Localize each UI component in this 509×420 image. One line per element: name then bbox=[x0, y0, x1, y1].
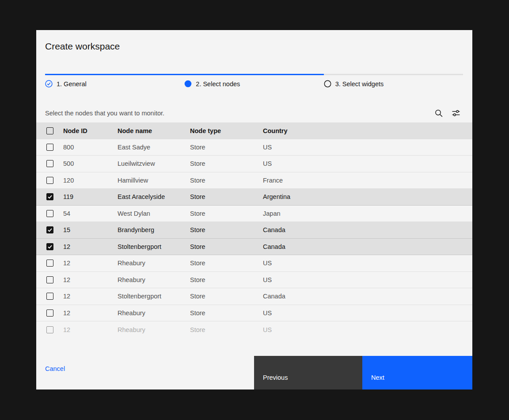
progress-track bbox=[45, 74, 463, 75]
row-checkbox[interactable] bbox=[46, 226, 53, 233]
cell-node-name: Rheabury bbox=[118, 309, 190, 317]
cell-node-name: East Sadye bbox=[118, 144, 190, 151]
cell-node-type: Store bbox=[190, 309, 263, 317]
progress-segment-incomplete bbox=[324, 74, 463, 75]
cell-node-id: 12 bbox=[63, 326, 118, 333]
table-body: 800 East Sadye Store US 500 Lueilwitzvie… bbox=[36, 139, 472, 338]
table-row[interactable]: 54 West Dylan Store Japan bbox=[36, 206, 472, 222]
cell-node-type: Store bbox=[190, 226, 263, 233]
check-circle-icon bbox=[45, 80, 53, 88]
cell-country: US bbox=[263, 160, 472, 167]
row-checkbox[interactable] bbox=[46, 193, 53, 200]
cell-country: US bbox=[263, 260, 472, 267]
cell-node-type: Store bbox=[190, 177, 263, 184]
progress-segment-complete bbox=[45, 74, 324, 75]
table-row[interactable]: 120 Hamillview Store France bbox=[36, 172, 472, 189]
column-header-node-id: Node ID bbox=[63, 127, 118, 134]
cell-country: US bbox=[263, 144, 472, 151]
current-step-dot-icon bbox=[184, 80, 192, 88]
table-row[interactable]: 12 Rheabury Store US bbox=[36, 305, 472, 322]
step-label: 2. Select nodes bbox=[196, 80, 240, 88]
table-header-row: Node ID Node name Node type Country bbox=[36, 122, 472, 139]
row-checkbox[interactable] bbox=[46, 276, 53, 283]
cell-node-name: East Aracelyside bbox=[118, 193, 190, 200]
modal-title: Create workspace bbox=[45, 41, 120, 52]
cell-node-type: Store bbox=[190, 160, 263, 167]
cell-node-type: Store bbox=[190, 276, 263, 283]
cell-node-type: Store bbox=[190, 144, 263, 151]
cell-node-name: Hamillview bbox=[118, 177, 190, 184]
search-icon[interactable] bbox=[435, 109, 443, 117]
cell-country: US bbox=[263, 326, 472, 333]
cell-node-type: Store bbox=[190, 293, 263, 300]
column-header-node-type: Node type bbox=[190, 127, 263, 134]
table-row[interactable]: 12 Rheabury Store US bbox=[36, 255, 472, 272]
table-toolbar: Select the nodes that you want to monito… bbox=[45, 104, 460, 122]
empty-circle-icon bbox=[324, 80, 331, 88]
cell-country: US bbox=[263, 309, 472, 317]
cell-node-name: Rheabury bbox=[118, 260, 190, 267]
table-row[interactable]: 12 Stoltenbergport Store Canada bbox=[36, 239, 472, 256]
settings-adjust-icon[interactable] bbox=[452, 109, 460, 117]
cell-country: Canada bbox=[263, 293, 472, 300]
cell-country: Canada bbox=[263, 226, 472, 233]
cell-node-name: Stoltenbergport bbox=[118, 293, 190, 300]
cell-node-id: 12 bbox=[63, 260, 118, 267]
cell-country: Japan bbox=[263, 210, 472, 217]
row-checkbox[interactable] bbox=[46, 210, 53, 217]
cell-node-id: 54 bbox=[63, 210, 118, 217]
cell-node-name: Stoltenbergport bbox=[118, 243, 190, 250]
cell-country: US bbox=[263, 276, 472, 283]
row-checkbox[interactable] bbox=[46, 243, 53, 250]
next-button[interactable]: Next bbox=[362, 356, 472, 389]
table-row[interactable]: 800 East Sadye Store US bbox=[36, 139, 472, 156]
nodes-data-table: Node ID Node name Node type Country 800 … bbox=[36, 122, 472, 338]
previous-button[interactable]: Previous bbox=[254, 356, 362, 389]
create-workspace-modal: Create workspace 1. General 2. Select no… bbox=[36, 30, 472, 389]
table-row[interactable]: 500 Lueilwitzview Store US bbox=[36, 156, 472, 172]
cell-node-name: Rheabury bbox=[118, 326, 190, 333]
select-all-checkbox[interactable] bbox=[46, 127, 53, 134]
progress-indicator: 1. General 2. Select nodes 3. Select wid… bbox=[45, 74, 463, 88]
cell-node-id: 119 bbox=[63, 193, 118, 200]
row-checkbox[interactable] bbox=[46, 144, 53, 151]
step-label: 1. General bbox=[57, 80, 87, 88]
cell-node-name: Lueilwitzview bbox=[118, 160, 190, 167]
cell-node-name: Rheabury bbox=[118, 276, 190, 283]
cell-node-id: 12 bbox=[63, 293, 118, 300]
table-row[interactable]: 12 Stoltenbergport Store Canada bbox=[36, 288, 472, 305]
column-header-node-name: Node name bbox=[118, 127, 190, 134]
step-label: 3. Select widgets bbox=[335, 80, 384, 88]
table-description: Select the nodes that you want to monito… bbox=[45, 110, 164, 117]
progress-step-select-nodes[interactable]: 2. Select nodes bbox=[184, 80, 323, 88]
cell-node-id: 12 bbox=[63, 243, 118, 250]
table-row[interactable]: 12 Rheabury Store US bbox=[36, 321, 472, 338]
cell-node-id: 120 bbox=[63, 177, 118, 184]
cell-node-type: Store bbox=[190, 326, 263, 333]
row-checkbox[interactable] bbox=[46, 326, 53, 333]
column-header-country: Country bbox=[263, 127, 472, 134]
cell-node-name: Brandynberg bbox=[118, 226, 190, 233]
progress-step-general[interactable]: 1. General bbox=[45, 80, 184, 88]
cell-node-name: West Dylan bbox=[118, 210, 190, 217]
table-row[interactable]: 12 Rheabury Store US bbox=[36, 272, 472, 289]
row-checkbox[interactable] bbox=[46, 309, 53, 317]
cell-node-type: Store bbox=[190, 193, 263, 200]
table-row[interactable]: 15 Brandynberg Store Canada bbox=[36, 222, 472, 239]
cell-country: Argentina bbox=[263, 193, 472, 200]
row-checkbox[interactable] bbox=[46, 260, 53, 267]
cell-node-type: Store bbox=[190, 210, 263, 217]
progress-step-select-widgets[interactable]: 3. Select widgets bbox=[324, 80, 463, 88]
cell-country: Canada bbox=[263, 243, 472, 250]
cancel-button[interactable]: Cancel bbox=[45, 365, 65, 372]
cell-node-id: 15 bbox=[63, 226, 118, 233]
modal-footer: Cancel Previous Next bbox=[36, 356, 472, 389]
row-checkbox[interactable] bbox=[46, 293, 53, 300]
cell-node-id: 12 bbox=[63, 276, 118, 283]
cell-node-type: Store bbox=[190, 260, 263, 267]
cell-node-id: 500 bbox=[63, 160, 118, 167]
table-row[interactable]: 119 East Aracelyside Store Argentina bbox=[36, 189, 472, 206]
cell-node-type: Store bbox=[190, 243, 263, 250]
row-checkbox[interactable] bbox=[46, 177, 53, 184]
row-checkbox[interactable] bbox=[46, 160, 53, 167]
